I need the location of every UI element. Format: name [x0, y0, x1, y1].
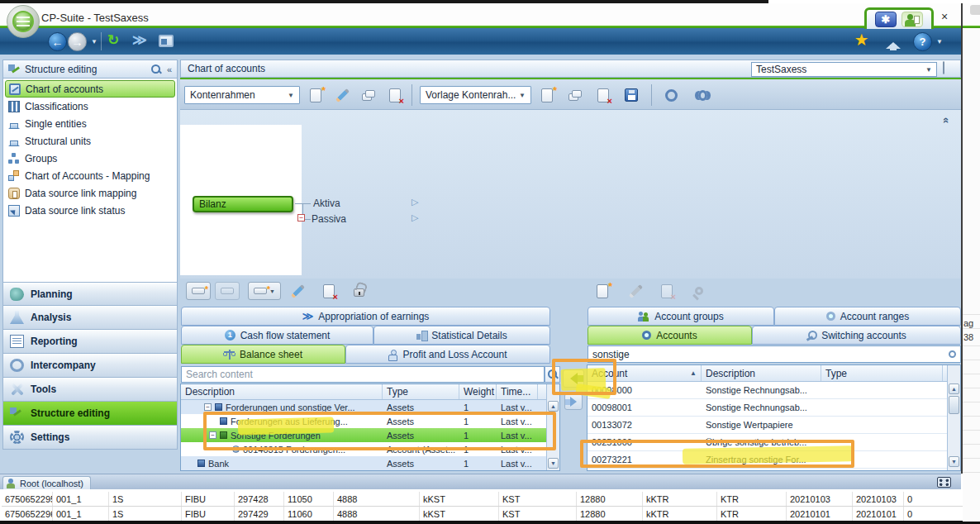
table-row[interactable]: 00133072 Sonstige Wertpapiere	[588, 417, 960, 434]
expand-aktiva-icon[interactable]: ▷	[412, 197, 418, 207]
table-row[interactable]: 00098001 Sonstige Rechnungsab...	[588, 399, 960, 417]
scroll-up-icon[interactable]: ▲	[548, 401, 559, 412]
collapse-node-icon[interactable]: −	[204, 403, 212, 411]
column-description[interactable]: Description	[181, 384, 383, 399]
unlock-button[interactable]	[347, 279, 370, 299]
sidebar-item-coa-mapping[interactable]: Chart of Accounts - Mapping	[5, 167, 175, 184]
client-selector-value: TestSaxess	[756, 64, 806, 75]
help-icon[interactable]: ?	[913, 32, 932, 51]
column-description[interactable]: Description	[702, 365, 821, 381]
tab-profit-and-loss[interactable]: Profit and Loss Account	[345, 345, 550, 364]
filter-flower-icon[interactable]	[949, 350, 956, 358]
sheet-cell: 12880	[577, 492, 643, 506]
client-detail-button[interactable]	[943, 62, 956, 77]
nav-item-analysis[interactable]: Analysis	[2, 306, 178, 330]
close-button[interactable]: ×	[932, 10, 957, 25]
new-chart-button[interactable]: *	[304, 85, 327, 105]
collapse-panel-icon[interactable]: «	[940, 117, 953, 123]
copy-template-button[interactable]	[564, 85, 587, 105]
add-sub-position-button[interactable]	[215, 282, 240, 300]
sidebar-item-chart-of-accounts[interactable]: Chart of accounts	[5, 80, 175, 98]
sidebar-item-classifications[interactable]: Classifications	[5, 98, 175, 115]
intercompany-icon	[10, 359, 24, 372]
layout-icon[interactable]	[159, 35, 174, 47]
tab-statistical-details[interactable]: Statistical Details	[373, 326, 550, 345]
forward-button[interactable]: →	[68, 32, 87, 51]
scroll-up-icon[interactable]: ▲	[949, 383, 959, 394]
scroll-down-icon[interactable]: ▼	[548, 458, 559, 469]
edit-account-button[interactable]	[624, 281, 647, 301]
tab-account-groups[interactable]: Account groups	[588, 307, 774, 326]
delete-template-button[interactable]: ×	[592, 85, 615, 105]
tab-appropriation-of-earnings[interactable]: ≫ Appropriation of earnings	[181, 307, 550, 326]
remove-account-right-button[interactable]	[564, 393, 583, 410]
tab-balance-sheet[interactable]: Balance sheet	[181, 345, 345, 364]
table-row[interactable]: Bank Assets 1 Last v...	[181, 456, 559, 470]
restore-icon[interactable]	[937, 477, 951, 488]
refresh-icon[interactable]: ↻	[107, 31, 119, 49]
chart-frame-dropdown[interactable]: Kontenrahmen ▼	[184, 86, 300, 104]
delete-position-button[interactable]: ×	[317, 281, 340, 301]
add-position-button[interactable]: *	[186, 282, 211, 300]
home-icon[interactable]	[890, 45, 897, 50]
tree-node-aktiva[interactable]: Aktiva	[313, 198, 340, 209]
sidebar-item-groups[interactable]: Groups	[5, 150, 175, 167]
help-caret-icon[interactable]: ▼	[936, 38, 943, 45]
expand-passiva-icon[interactable]: ▷	[412, 212, 418, 223]
column-weight[interactable]: Weight	[459, 384, 497, 399]
edit-chart-button[interactable]	[331, 85, 354, 105]
ring-view-button[interactable]	[659, 85, 683, 105]
sidebar-collapse-icon[interactable]: «	[167, 64, 172, 74]
add-node-menu-button[interactable]: *▼	[248, 282, 281, 300]
table-row[interactable]: 00000000 Sonstige betrieblich...	[588, 469, 960, 471]
client-selector-dropdown[interactable]: TestSaxess ▼	[751, 62, 937, 77]
services-gear-icon[interactable]: ✱	[875, 12, 897, 27]
table-row[interactable]: 00098000 Sonstige Rechnungsab...	[588, 382, 960, 399]
toolbar-separator	[412, 84, 412, 106]
node-square-icon	[215, 403, 222, 411]
column-type[interactable]: Type	[821, 365, 943, 381]
tree-node-passiva[interactable]: Passiva	[312, 213, 346, 225]
edit-position-button[interactable]	[286, 281, 309, 301]
tree-collapse-icon[interactable]: −	[297, 214, 305, 222]
column-time[interactable]: Time...	[497, 384, 538, 399]
nav-item-structure-editing[interactable]: Structure editing	[2, 402, 178, 426]
sidebar-item-structural-units[interactable]: Structural units	[5, 132, 175, 150]
sidebar-item-single-entities[interactable]: Single entities	[5, 115, 175, 132]
tab-account-ranges[interactable]: Account ranges	[774, 307, 961, 326]
back-button[interactable]: ←	[48, 32, 67, 51]
nav-item-intercompany[interactable]: Intercompany	[2, 354, 178, 378]
scroll-down-icon[interactable]: ▼	[949, 456, 959, 467]
delete-chart-button[interactable]: ×	[383, 85, 407, 105]
sidebar-search-icon[interactable]	[150, 64, 162, 75]
link-account-button[interactable]	[687, 281, 711, 301]
sheet-cell: 297429	[235, 507, 284, 521]
tab-cash-flow-statement[interactable]: 1 Cash flow statement	[181, 326, 373, 345]
sidebar-item-data-source-link-status[interactable]: Data source link status	[5, 202, 175, 219]
ring-compare-button[interactable]	[691, 85, 714, 105]
nav-item-settings[interactable]: Settings	[2, 426, 178, 450]
tab-switching-accounts[interactable]: Switching accounts	[752, 326, 961, 345]
nav-item-planning[interactable]: Planning	[2, 282, 178, 306]
fast-forward-icon[interactable]: ≫	[132, 31, 147, 49]
content-search-input[interactable]	[182, 367, 544, 382]
star-icon[interactable]: ★	[855, 31, 868, 49]
save-button[interactable]	[620, 85, 643, 105]
nav-item-tools[interactable]: Tools	[2, 378, 178, 402]
new-account-button[interactable]: *	[591, 281, 614, 301]
tree-node-bilanz[interactable]: Bilanz	[193, 196, 293, 212]
delete-account-button[interactable]: ×	[655, 281, 678, 301]
root-connection-tab[interactable]: Root (localhost)	[2, 476, 91, 490]
new-template-button[interactable]: *	[535, 85, 559, 105]
column-type[interactable]: Type	[383, 384, 459, 399]
copy-chart-button[interactable]	[357, 85, 380, 105]
user-session-icon[interactable]	[902, 12, 923, 27]
scrollbar-thumb[interactable]	[949, 396, 959, 414]
template-dropdown[interactable]: Vorlage Kontenrah... ▼	[420, 86, 531, 104]
accounts-search-input[interactable]	[588, 346, 949, 362]
sidebar-item-data-source-link-mapping[interactable]: Data source link mapping	[5, 184, 175, 202]
right-table-scrollbar[interactable]: ▲ ▼	[947, 365, 960, 470]
tab-accounts[interactable]: Accounts	[588, 326, 752, 345]
history-caret-icon[interactable]: ▼	[91, 38, 98, 45]
nav-item-reporting[interactable]: Reporting	[2, 330, 178, 354]
